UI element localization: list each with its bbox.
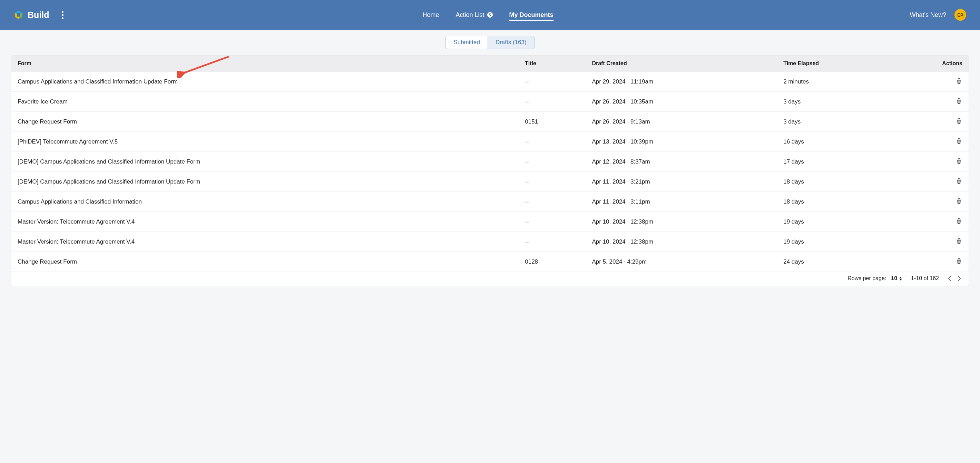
table-row[interactable]: [DEMO] Campus Applications and Classifie… [11,172,969,192]
rows-per-page-select[interactable]: 10 [891,275,902,282]
rows-per-page-value: 10 [891,275,897,282]
cell-form: [PhiDEV] Telecommute Agreement V.5 [11,132,519,152]
nav-action-list[interactable]: Action List 5 [455,9,492,21]
nav-home[interactable]: Home [422,9,439,21]
cell-title: -- [519,92,585,112]
header-right: What's New? EP [910,9,966,21]
table-row[interactable]: [PhiDEV] Telecommute Agreement V.5--Apr … [11,132,969,152]
cell-created: Apr 11, 2024 · 3:21pm [585,172,777,192]
cell-title: -- [519,212,585,232]
table-row[interactable]: Campus Applications and Classified Infor… [11,192,969,212]
table-row[interactable]: Campus Applications and Classified Infor… [11,72,969,92]
cell-created: Apr 11, 2024 · 3:11pm [585,192,777,212]
table-row[interactable]: [DEMO] Campus Applications and Classifie… [11,152,969,172]
svg-marker-4 [17,13,20,17]
cell-actions [911,232,969,252]
cell-elapsed: 17 days [777,152,911,172]
cell-form: Campus Applications and Classified Infor… [11,192,519,212]
table-row[interactable]: Change Request Form0128Apr 5, 2024 · 4:2… [11,252,969,272]
cell-actions [911,152,969,172]
delete-icon[interactable] [956,117,963,124]
cell-elapsed: 16 days [777,132,911,152]
tab-drafts[interactable]: Drafts (163) [488,36,534,49]
whats-new-link[interactable]: What's New? [910,11,946,19]
table-row[interactable]: Favorite Ice Cream--Apr 26, 2024 · 10:35… [11,92,969,112]
page-content: Submitted Drafts (163) Form Title Draft … [0,30,980,286]
delete-icon[interactable] [956,157,963,165]
app-header: Build Home Action List 5 My Documents Wh… [0,0,980,30]
pagination-bar: Rows per page: 10 1-10 of 162 [11,272,969,286]
col-header-form[interactable]: Form [11,56,519,72]
col-header-created[interactable]: Draft Created [585,56,777,72]
cell-elapsed: 3 days [777,112,911,132]
cell-created: Apr 29, 2024 · 11:19am [585,72,777,92]
avatar[interactable]: EP [955,9,966,21]
cell-actions [911,132,969,152]
table-row[interactable]: Change Request Form0151Apr 26, 2024 · 9:… [11,112,969,132]
cell-created: Apr 10, 2024 · 12:38pm [585,212,777,232]
tab-submitted[interactable]: Submitted [446,36,488,49]
col-header-elapsed[interactable]: Time Elapsed [777,56,911,72]
cell-actions [911,92,969,112]
delete-icon[interactable] [956,97,963,105]
cell-title: -- [519,72,585,92]
rows-per-page-label: Rows per page: [848,275,886,282]
cell-elapsed: 18 days [777,192,911,212]
sort-caret-icon [899,277,902,280]
delete-icon[interactable] [956,217,963,224]
cell-elapsed: 19 days [777,232,911,252]
cell-title: -- [519,172,585,192]
cell-actions [911,72,969,92]
delete-icon[interactable] [956,197,963,205]
cell-elapsed: 2 minutes [777,72,911,92]
col-header-title[interactable]: Title [519,56,585,72]
col-header-actions: Actions [911,56,969,72]
prev-page-button[interactable] [948,276,951,281]
segmented-control: Submitted Drafts (163) [11,36,969,49]
table-row[interactable]: Master Version: Telecommute Agreement V.… [11,212,969,232]
cell-form: Change Request Form [11,252,519,272]
cell-form: Master Version: Telecommute Agreement V.… [11,232,519,252]
delete-icon[interactable] [956,77,963,84]
cell-actions [911,212,969,232]
logo-group[interactable]: Build [14,10,49,20]
action-list-badge: 5 [487,12,493,18]
cell-created: Apr 26, 2024 · 9:13am [585,112,777,132]
cell-form: [DEMO] Campus Applications and Classifie… [11,152,519,172]
next-page-button[interactable] [958,276,961,281]
primary-nav: Home Action List 5 My Documents [422,9,553,21]
cell-title: 0128 [519,252,585,272]
cell-elapsed: 18 days [777,172,911,192]
cell-title: -- [519,192,585,212]
cell-title: -- [519,232,585,252]
cell-created: Apr 13, 2024 · 10:39pm [585,132,777,152]
cell-form: Master Version: Telecommute Agreement V.… [11,212,519,232]
kebab-menu-icon[interactable] [59,8,66,22]
cell-actions [911,252,969,272]
cell-elapsed: 24 days [777,252,911,272]
cell-title: -- [519,152,585,172]
cell-form: Change Request Form [11,112,519,132]
page-range: 1-10 of 162 [911,275,939,282]
drafts-table: Form Title Draft Created Time Elapsed Ac… [11,56,969,272]
cell-form: Favorite Ice Cream [11,92,519,112]
cell-form: Campus Applications and Classified Infor… [11,72,519,92]
table-row[interactable]: Master Version: Telecommute Agreement V.… [11,232,969,252]
cell-actions [911,112,969,132]
cell-created: Apr 10, 2024 · 12:38pm [585,232,777,252]
cell-elapsed: 3 days [777,92,911,112]
drafts-table-container: Form Title Draft Created Time Elapsed Ac… [11,55,969,286]
delete-icon[interactable] [956,137,963,145]
logo-icon [14,10,24,20]
nav-action-list-label: Action List [455,11,484,19]
cell-created: Apr 12, 2024 · 8:37am [585,152,777,172]
cell-created: Apr 26, 2024 · 10:35am [585,92,777,112]
nav-my-documents[interactable]: My Documents [509,9,554,21]
delete-icon[interactable] [956,237,963,245]
app-name: Build [28,10,49,20]
delete-icon[interactable] [956,177,963,185]
cell-title: 0151 [519,112,585,132]
delete-icon[interactable] [956,257,963,265]
cell-title: -- [519,132,585,152]
cell-elapsed: 19 days [777,212,911,232]
